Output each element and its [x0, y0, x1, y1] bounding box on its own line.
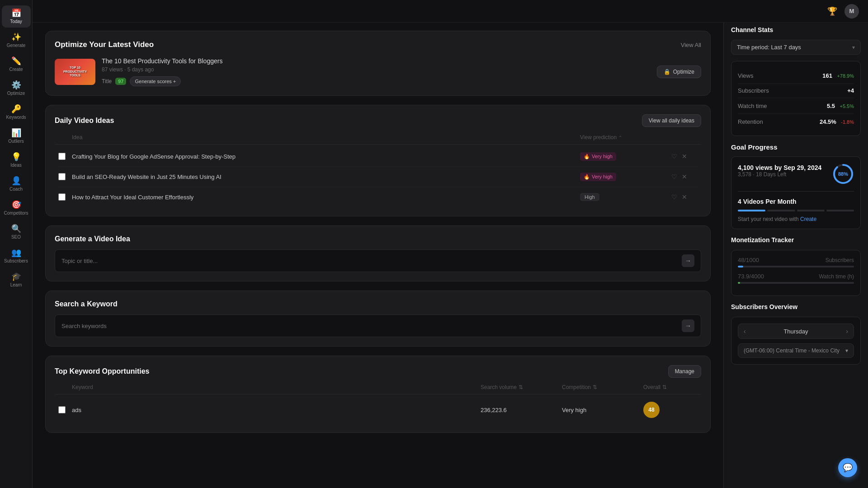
- sidebar-item-outliers-label: Outliers: [8, 139, 24, 144]
- idea-prediction-2: 🔥 Very high: [580, 173, 670, 181]
- sidebar-item-generate[interactable]: ✨ Generate: [2, 29, 31, 52]
- sidebar-item-today[interactable]: 📅 Today: [2, 5, 31, 28]
- idea-dismiss-button-2[interactable]: ✕: [681, 172, 688, 181]
- flame-icon-2: 🔥: [584, 174, 590, 180]
- mono-sub-label: Subscribers: [826, 257, 854, 263]
- idea-like-button-2[interactable]: ♡: [670, 172, 678, 181]
- watchtime-label: Watch time: [738, 103, 767, 109]
- search-keyword-submit-button[interactable]: →: [682, 319, 694, 332]
- idea-dismiss-button-3[interactable]: ✕: [681, 192, 688, 202]
- generate-idea-title: Generate a Video Idea: [55, 235, 701, 243]
- sidebar-item-ideas[interactable]: 💡 Ideas: [2, 149, 31, 171]
- generate-idea-submit-button[interactable]: →: [682, 254, 694, 267]
- generate-icon: ✨: [11, 33, 21, 41]
- goal-progress-section: Goal Progress 4,100 views by Sep 29, 202…: [731, 143, 861, 229]
- sort-icon: ⌃: [618, 135, 622, 140]
- idea-prediction-3: High: [580, 193, 670, 201]
- idea-checkbox-1[interactable]: [58, 153, 66, 160]
- idea-row: Crafting Your Blog for Google AdSense Ap…: [55, 146, 701, 167]
- kw-keyword-col: Keyword: [72, 384, 481, 390]
- idea-col-header: Idea: [72, 134, 580, 141]
- kw-checkbox-1[interactable]: [58, 406, 66, 413]
- sidebar-item-learn-label: Learn: [10, 282, 22, 287]
- idea-actions-1: ♡ ✕: [670, 152, 698, 161]
- trophy-icon[interactable]: 🏆: [827, 6, 837, 16]
- monetization-card: 48/1000 Subscribers 73.9/4000 Watch time…: [731, 250, 861, 296]
- sort-volume-icon: ⇅: [519, 384, 523, 390]
- views-change: +78.9%: [837, 73, 854, 79]
- competitors-icon: 🎯: [11, 201, 21, 209]
- optimize-header: Optimize Your Latest Video View All: [55, 40, 701, 49]
- idea-checkbox-2[interactable]: [58, 173, 66, 180]
- mono-row-subscribers: 48/1000 Subscribers: [738, 257, 854, 267]
- view-prediction-col-header: View prediction ⌃: [580, 134, 670, 141]
- mono-watch-bar: [738, 282, 854, 284]
- sidebar-item-outliers[interactable]: 📊 Outliers: [2, 125, 31, 147]
- sidebar-item-seo[interactable]: 🔍 SEO: [2, 221, 31, 243]
- progress-bar-1: [738, 210, 765, 211]
- idea-checkbox-3[interactable]: [58, 193, 66, 201]
- title-label: Title: [102, 78, 112, 84]
- monetization-section: Monetization Tracker 48/1000 Subscribers…: [731, 236, 861, 296]
- prev-day-button[interactable]: ‹: [744, 328, 746, 335]
- sidebar-item-keywords[interactable]: 🔑 Keywords: [2, 101, 31, 123]
- generate-idea-input[interactable]: [61, 258, 677, 264]
- time-period-select[interactable]: Time period: Last 7 days ▾: [731, 40, 861, 55]
- idea-prediction-1: 🔥 Very high: [580, 152, 670, 161]
- optimize-button[interactable]: 🔒 Optimize: [657, 66, 701, 78]
- chat-bubble[interactable]: 💬: [838, 458, 857, 477]
- kw-volume-value: 236,223.6: [481, 407, 562, 413]
- idea-like-button-1[interactable]: ♡: [670, 152, 678, 161]
- sidebar-item-learn[interactable]: 🎓 Learn: [2, 269, 31, 291]
- subscribers-overview-card: ‹ Thursday › (GMT-06:00) Central Time - …: [731, 317, 861, 365]
- goal-sub: 3,578 · 18 Days Left: [738, 171, 821, 178]
- mono-watch-label: Watch time (h): [819, 273, 854, 280]
- next-day-button[interactable]: ›: [846, 328, 848, 335]
- retention-change: -1.8%: [841, 119, 854, 125]
- user-avatar[interactable]: M: [844, 4, 859, 19]
- idea-dismiss-button-1[interactable]: ✕: [681, 152, 688, 161]
- sidebar-item-create[interactable]: ✏️ Create: [2, 53, 31, 75]
- title-score: 97: [115, 78, 126, 85]
- kw-overall-value: 48: [643, 402, 660, 418]
- view-all-link[interactable]: View All: [681, 42, 701, 48]
- progress-bar-2: [767, 210, 795, 211]
- generate-idea-section: Generate a Video Idea →: [45, 225, 711, 282]
- search-keyword-input[interactable]: [61, 323, 677, 329]
- manage-button[interactable]: Manage: [668, 365, 701, 378]
- retention-value: 24.5%: [820, 118, 836, 125]
- generate-scores-button[interactable]: Generate scores +: [130, 76, 181, 86]
- sidebar: 📅 Today ✨ Generate ✏️ Create ⚙️ Optimize…: [0, 0, 33, 488]
- subscribers-value: +4: [847, 87, 854, 94]
- video-title: The 10 Best Productivity Tools for Blogg…: [102, 57, 651, 65]
- sidebar-item-coach[interactable]: 👤 Coach: [2, 173, 31, 195]
- retention-label: Retention: [738, 118, 763, 125]
- sort-competition-icon: ⇅: [593, 384, 597, 390]
- timezone-select[interactable]: (GMT-06:00) Central Time - Mexico City ▾: [738, 343, 854, 358]
- sidebar-item-optimize[interactable]: ⚙️ Optimize: [2, 77, 31, 99]
- progress-bar-3: [797, 210, 825, 211]
- sidebar-item-subscribers[interactable]: 👥 Subscribers: [2, 245, 31, 267]
- sidebar-item-coach-label: Coach: [9, 187, 23, 192]
- stat-row-retention: Retention 24.5% -1.8%: [738, 114, 854, 129]
- chevron-down-icon-tz: ▾: [845, 347, 848, 354]
- sidebar-item-competitors[interactable]: 🎯 Competitors: [2, 197, 31, 219]
- today-icon: 📅: [11, 9, 21, 17]
- day-label: Thursday: [783, 328, 808, 335]
- ideas-icon: 💡: [11, 153, 21, 161]
- generate-idea-input-container: →: [55, 249, 701, 272]
- views-label: Views: [738, 72, 753, 79]
- idea-like-button-3[interactable]: ♡: [670, 192, 678, 202]
- sidebar-item-seo-label: SEO: [11, 235, 21, 239]
- progress-circle: 88%: [832, 163, 854, 185]
- video-meta: 87 views · 5 days ago: [102, 66, 651, 73]
- optimize-section: Optimize Your Latest Video View All TOP …: [45, 31, 711, 96]
- flame-icon: 🔥: [584, 154, 590, 160]
- monetization-title: Monetization Tracker: [731, 236, 861, 244]
- create-link[interactable]: Create: [800, 216, 816, 222]
- optimize-icon: ⚙️: [11, 81, 21, 89]
- idea-text-1: Crafting Your Blog for Google AdSense Ap…: [72, 153, 580, 160]
- day-navigator[interactable]: ‹ Thursday ›: [738, 324, 854, 339]
- mono-sub-bar: [738, 266, 854, 267]
- view-all-daily-ideas-button[interactable]: View all daily ideas: [642, 114, 701, 127]
